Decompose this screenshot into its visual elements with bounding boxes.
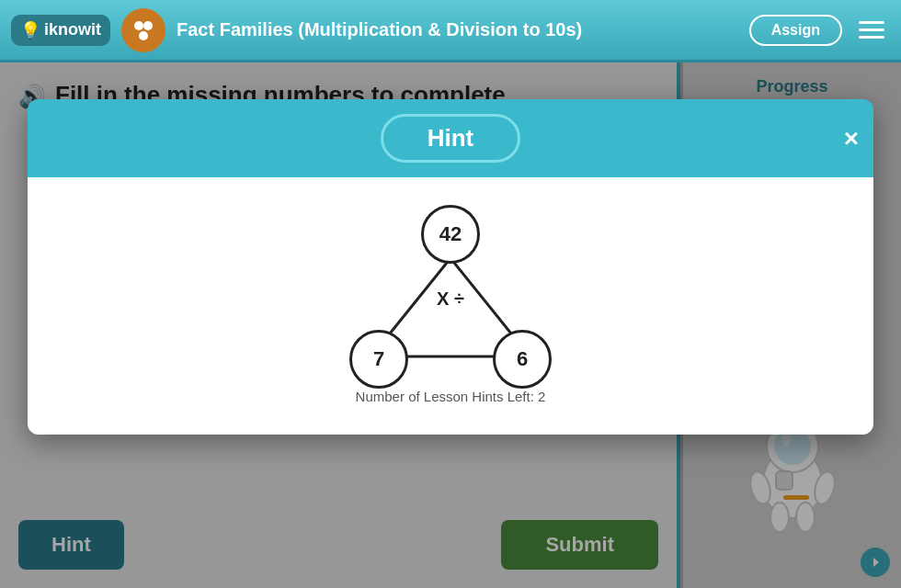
svg-point-0 xyxy=(134,21,143,30)
bottom-right-circle: 6 xyxy=(493,330,552,389)
top-value: 42 xyxy=(439,222,462,246)
logo-bulb-icon: 💡 xyxy=(20,20,40,40)
modal-header: Hint × xyxy=(28,99,873,177)
logo: 💡 iknowit xyxy=(11,15,110,46)
svg-point-1 xyxy=(143,21,153,30)
lesson-icon xyxy=(121,8,165,52)
dots-icon xyxy=(131,17,156,43)
hint-modal-overlay: Hint × 42 xyxy=(0,62,901,588)
app-header: 💡 iknowit Fact Families (Multiplication … xyxy=(0,0,901,62)
hints-remaining-text: Number of Lesson Hints Left: 2 xyxy=(356,389,546,404)
modal-close-button[interactable]: × xyxy=(844,126,859,152)
logo-text: iknowit xyxy=(44,20,101,40)
bottom-right-value: 6 xyxy=(517,347,528,371)
modal-body: 42 X ÷ 7 6 Number of Lesson Hints Left: … xyxy=(28,177,873,435)
hint-modal: Hint × 42 xyxy=(28,99,873,435)
hamburger-button[interactable] xyxy=(853,16,890,44)
hamburger-line-2 xyxy=(859,28,884,31)
modal-title: Hint xyxy=(381,114,521,163)
svg-point-2 xyxy=(139,31,148,40)
assign-button[interactable]: Assign xyxy=(749,15,842,46)
hamburger-line-3 xyxy=(859,36,884,39)
hamburger-line-1 xyxy=(859,21,884,24)
top-circle: 42 xyxy=(421,205,480,264)
main-area: 🔊 Fill in the missing numbers to complet… xyxy=(0,62,901,588)
bottom-left-circle: 7 xyxy=(349,330,408,389)
lesson-title: Fact Families (Multiplication & Division… xyxy=(177,19,738,40)
fact-family-diagram: 42 X ÷ 7 6 xyxy=(349,205,552,389)
center-operation-label: X ÷ xyxy=(437,288,464,310)
bottom-left-value: 7 xyxy=(373,347,384,371)
